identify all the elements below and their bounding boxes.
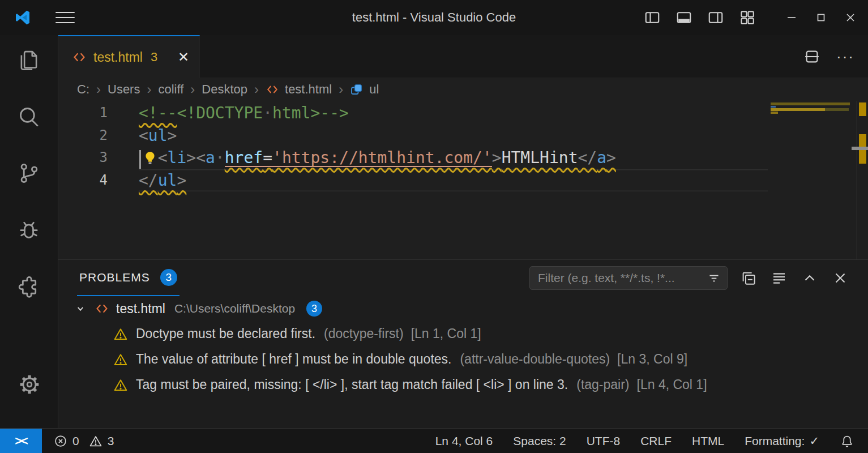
line-number: 3 [58, 147, 108, 169]
html-file-icon [266, 83, 279, 96]
breadcrumb-segment[interactable]: Desktop [202, 82, 247, 97]
errors-icon [53, 434, 68, 448]
problem-row[interactable]: The value of attribute [ href ] must be … [58, 347, 868, 372]
customize-layout-icon[interactable] [739, 9, 756, 26]
tab-problem-count: 3 [151, 50, 157, 65]
remote-indicator[interactable]: >< [0, 429, 42, 453]
overview-ruler[interactable] [856, 101, 868, 259]
problem-location: [Ln 1, Col 1] [411, 326, 481, 341]
chevron-right-icon: › [253, 82, 260, 97]
vscode-logo-icon [14, 8, 32, 27]
lightbulb-icon[interactable] [142, 149, 158, 166]
cursor-mark [852, 147, 868, 150]
chevron-right-icon: › [146, 82, 152, 97]
problems-filter[interactable] [529, 266, 728, 290]
status-item[interactable]: CRLF [640, 434, 672, 448]
tab-bar: test.html 3 ✕ ··· [58, 35, 868, 78]
activity-bar [0, 35, 58, 428]
filter-input[interactable] [538, 271, 707, 285]
tab-label: test.html [93, 50, 143, 65]
close-panel-icon[interactable] [832, 270, 849, 287]
warning-icon [113, 326, 129, 342]
problem-location: [Ln 3, Col 9] [617, 352, 687, 367]
problem-row[interactable]: Tag must be paired, missing: [ </li> ], … [58, 372, 868, 398]
debug-icon[interactable] [8, 210, 49, 250]
status-item[interactable]: Ln 4, Col 6 [435, 434, 493, 448]
code-line[interactable]: <ul> [139, 125, 768, 147]
problem-message: Tag must be paired, missing: [ </li> ], … [136, 377, 568, 392]
problems-file-row[interactable]: test.html C:\Users\coliff\Desktop 3 [58, 296, 868, 321]
tab-test-html[interactable]: test.html 3 ✕ [58, 35, 200, 78]
chevron-right-icon: › [189, 82, 196, 97]
source-control-icon[interactable] [8, 153, 49, 194]
split-editor-icon[interactable] [803, 48, 820, 65]
problem-rule: (attr-value-double-quotes) [460, 352, 610, 367]
error-count: 0 [72, 434, 79, 448]
file-problem-badge: 3 [306, 301, 322, 317]
status-item[interactable]: Spaces: 2 [513, 434, 566, 448]
status-item[interactable]: HTML [692, 434, 724, 448]
problems-count-badge: 3 [160, 269, 177, 286]
gutter: 1234 [58, 102, 108, 191]
filter-icon[interactable] [707, 271, 721, 285]
status-bar: >< 0 3 Ln 4, Col 6Spaces: 2UTF-8CRLFHTML… [0, 428, 868, 453]
html-file-icon [95, 301, 109, 316]
breadcrumb-segment[interactable]: Users [108, 82, 140, 97]
view-as-table-icon[interactable] [771, 270, 788, 287]
code-line[interactable]: <!--<!DOCTYPE·html>--> [139, 102, 768, 125]
tab-problems[interactable]: PROBLEMS 3 [77, 260, 179, 296]
breadcrumb: C:›Users›coliff›Desktop› test.html › ul [58, 78, 868, 101]
problems-file-path: C:\Users\coliff\Desktop [174, 302, 295, 315]
check-icon: ✓ [809, 434, 819, 448]
warning-icon [113, 377, 129, 393]
minimap[interactable] [769, 101, 856, 259]
line-number: 4 [58, 169, 108, 192]
minimize-button[interactable] [783, 9, 800, 26]
toggle-panel-icon[interactable] [675, 9, 692, 26]
maximize-panel-icon[interactable] [801, 270, 818, 287]
problems-panel: PROBLEMS 3 [58, 259, 868, 428]
code-line[interactable]: </ul> [139, 169, 768, 192]
collapse-all-icon[interactable] [740, 270, 757, 287]
problem-rule: (doctype-first) [324, 326, 404, 341]
chevron-right-icon: › [95, 82, 102, 97]
warning-mark [859, 102, 866, 116]
breadcrumb-file[interactable]: test.html [285, 82, 332, 97]
breadcrumb-symbol[interactable]: ul [369, 82, 379, 97]
breadcrumb-segment[interactable]: C: [77, 82, 89, 97]
problems-file-name: test.html [116, 301, 165, 317]
close-window-button[interactable] [842, 9, 859, 26]
settings-gear-icon[interactable] [9, 364, 50, 405]
line-number: 2 [58, 125, 108, 147]
html-file-icon [72, 50, 87, 65]
problems-list: test.html C:\Users\coliff\Desktop 3 Doct… [58, 296, 868, 428]
line-number: 1 [58, 102, 108, 125]
symbol-icon [350, 83, 364, 96]
chevron-right-icon: › [337, 82, 344, 97]
menu-icon[interactable] [55, 12, 75, 23]
problem-row[interactable]: Doctype must be declared first.(doctype-… [58, 321, 868, 347]
text-cursor [139, 150, 141, 169]
code-editor[interactable]: 1234 <!--<!DOCTYPE·html>--><ul> <li><a·h… [58, 101, 868, 259]
problems-status[interactable]: 0 3 [53, 434, 118, 448]
explorer-icon[interactable] [8, 40, 49, 80]
problem-rule: (tag-pair) [576, 377, 629, 392]
notifications-bell-icon[interactable] [840, 434, 854, 448]
chevron-down-icon[interactable] [73, 301, 88, 316]
warning-icon [113, 352, 129, 367]
formatting-status[interactable]: Formatting: ✓ [745, 434, 819, 448]
extensions-icon[interactable] [8, 266, 49, 307]
status-item[interactable]: UTF-8 [587, 434, 621, 448]
code-line[interactable]: <li><a·href='https://htmlhint.com/'>HTML… [139, 147, 768, 169]
toggle-secondary-sidebar-icon[interactable] [707, 9, 724, 26]
breadcrumb-segment[interactable]: coliff [158, 82, 183, 97]
formatting-label: Formatting: [745, 434, 805, 448]
tab-close-icon[interactable]: ✕ [178, 49, 189, 65]
problem-message: Doctype must be declared first. [136, 326, 315, 341]
maximize-button[interactable] [813, 9, 829, 26]
problem-message: The value of attribute [ href ] must be … [136, 352, 451, 367]
search-icon[interactable] [8, 96, 49, 137]
toggle-sidebar-icon[interactable] [644, 9, 661, 26]
code-lines[interactable]: <!--<!DOCTYPE·html>--><ul> <li><a·href='… [139, 102, 768, 191]
more-actions-icon[interactable]: ··· [836, 54, 854, 59]
